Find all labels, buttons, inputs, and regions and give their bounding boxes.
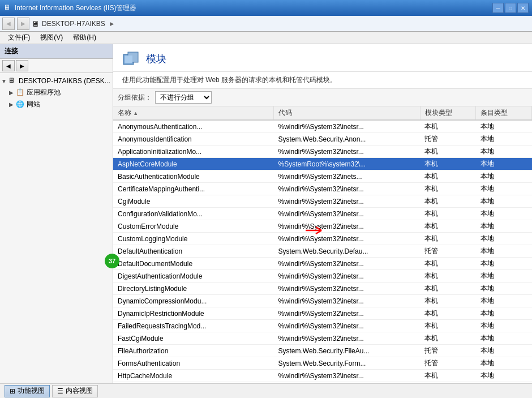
table-row[interactable]: DirectoryListingModule %windir%\System32… xyxy=(113,283,532,295)
cell-type: 本机 xyxy=(420,145,476,158)
tree-label-root: DESKTOP-H7AIKBS (DESK... xyxy=(19,77,110,85)
sort-arrow-icon: ▲ xyxy=(133,110,138,116)
cell-name: CertificateMappingAuthenti... xyxy=(113,183,273,195)
table-row[interactable]: HttpCacheModule %windir%\System32\inetsr… xyxy=(113,370,532,382)
svg-rect-2 xyxy=(125,55,132,63)
cell-code: %windir%\System32\inets... xyxy=(273,170,420,183)
cell-type: 托管 xyxy=(420,133,476,145)
menu-help[interactable]: 帮助(H) xyxy=(68,32,101,44)
cell-code: %windir%\System32\inetsr... xyxy=(273,183,420,195)
feature-view-icon: ⊞ xyxy=(10,387,15,395)
tree-label-sites: 网站 xyxy=(27,100,40,109)
table-row[interactable]: FileAuthorization System.Web.Security.Fi… xyxy=(113,345,532,357)
cell-entry: 本地 xyxy=(476,283,532,295)
cell-type: 托管 xyxy=(420,345,476,357)
table-row[interactable]: DigestAuthenticationModule %windir%\Syst… xyxy=(113,270,532,283)
cell-code: System.Web.Security.FileAu... xyxy=(273,345,420,357)
col-header-type: 模块类型 xyxy=(420,106,476,120)
cell-name: FailedRequestsTracingMod... xyxy=(113,320,273,332)
table-wrapper[interactable]: 名称 ▲ 代码 模块类型 条目类型 AnonymousAuthenticatio… xyxy=(113,106,532,383)
cell-name: CustomErrorModule xyxy=(113,220,273,233)
cell-entry: 本地 xyxy=(476,295,532,307)
cell-name: AspNetCoreModule xyxy=(113,158,273,170)
cell-name: FileAuthorization xyxy=(113,345,273,357)
table-row[interactable]: AnonymousAuthentication... %windir%\Syst… xyxy=(113,120,532,133)
cell-name: ConfigurationValidationMo... xyxy=(113,208,273,220)
tree-label-apppool: 应用程序池 xyxy=(27,88,61,97)
content-area: 模块 使用此功能配置用于处理对 Web 服务器的请求的本机和托管代码模块。 分组… xyxy=(113,44,532,383)
address-arrow: ► xyxy=(109,20,115,28)
cell-type: 本机 xyxy=(420,307,476,320)
table-row[interactable]: ApplicationInitializationMo... %windir%\… xyxy=(113,145,532,158)
cell-type: 本机 xyxy=(420,283,476,295)
cell-code: System.Web.Security.Defau... xyxy=(273,245,420,258)
menu-view[interactable]: 视图(V) xyxy=(36,32,67,44)
menu-bar: 文件(F) 视图(V) 帮助(H) xyxy=(0,32,532,44)
cell-name: CgiModule xyxy=(113,195,273,208)
table-row[interactable]: FastCgiModule %windir%\System32\inetsr..… xyxy=(113,332,532,345)
tree-item-sites[interactable]: ▶ 🌐 网站 xyxy=(0,99,113,110)
cell-entry: 本地 xyxy=(476,170,532,183)
content-view-icon: ☰ xyxy=(57,387,63,395)
sidebar-forward-btn[interactable]: ▶ xyxy=(16,60,28,71)
cell-type: 本机 xyxy=(420,332,476,345)
table-row[interactable]: DefaultAuthentication System.Web.Securit… xyxy=(113,245,532,258)
menu-file[interactable]: 文件(F) xyxy=(3,32,35,44)
sidebar-header: 连接 xyxy=(0,44,113,59)
cell-code: %windir%\System32\inetsr... xyxy=(273,120,420,133)
table-row[interactable]: CertificateMappingAuthenti... %windir%\S… xyxy=(113,183,532,195)
table-row[interactable]: CgiModule %windir%\System32\inetsr... 本机… xyxy=(113,195,532,208)
apppool-icon: 📋 xyxy=(16,88,25,97)
sidebar: 连接 ◀ ▶ ▼ 🖥 DESKTOP-H7AIKBS (DESK... ▶ 📋 … xyxy=(0,44,113,383)
cell-entry: 本地 xyxy=(476,133,532,145)
cell-type: 本机 xyxy=(420,170,476,183)
group-select[interactable]: 不进行分组 xyxy=(155,91,212,104)
col-header-entry: 条目类型 xyxy=(476,106,532,120)
tree-toggle-sites: ▶ xyxy=(9,101,16,108)
title-bar: 🖥 Internet Information Services (IIS)管理器… xyxy=(0,0,532,16)
tree-item-apppool[interactable]: ▶ 📋 应用程序池 xyxy=(0,87,113,99)
sidebar-back-btn[interactable]: ◀ xyxy=(2,60,15,71)
table-row[interactable]: DefaultDocumentModule %windir%\System32\… xyxy=(113,258,532,270)
table-row[interactable]: ConfigurationValidationMo... %windir%\Sy… xyxy=(113,208,532,220)
maximize-button[interactable]: □ xyxy=(505,3,516,13)
back-button[interactable]: ◀ xyxy=(2,18,15,30)
cell-code: %windir%\System32\inetsr... xyxy=(273,320,420,332)
iis-icon: 🖥 xyxy=(32,19,40,28)
red-arrow xyxy=(306,225,328,236)
cell-name: FormsAuthentication xyxy=(113,357,273,370)
tree-item-root[interactable]: ▼ 🖥 DESKTOP-H7AIKBS (DESK... xyxy=(0,75,113,87)
table-row[interactable]: FailedRequestsTracingMod... %windir%\Sys… xyxy=(113,320,532,332)
cell-name: DefaultDocumentModule xyxy=(113,258,273,270)
cell-code: %windir%\System32\inetsr... xyxy=(273,220,420,233)
cell-name: DefaultAuthentication xyxy=(113,245,273,258)
table-row[interactable]: DynamicCompressionModu... %windir%\Syste… xyxy=(113,295,532,307)
cell-name: DigestAuthenticationModule xyxy=(113,270,273,283)
title-bar-title: Internet Information Services (IIS)管理器 xyxy=(15,3,492,13)
content-view-button[interactable]: ☰ 内容视图 xyxy=(52,385,98,397)
badge-circle: 37 xyxy=(105,254,119,268)
minimize-button[interactable]: ─ xyxy=(492,3,504,13)
cell-name: BasicAuthenticationModule xyxy=(113,170,273,183)
group-toolbar: 分组依据： 不进行分组 xyxy=(113,89,532,106)
cell-code: %windir%\System32\inetsr... xyxy=(273,283,420,295)
table-row[interactable]: AspNetCoreModule %SystemRoot%\system32\.… xyxy=(113,158,532,170)
close-button[interactable]: ✕ xyxy=(517,3,529,13)
feature-view-button[interactable]: ⊞ 功能视图 xyxy=(5,385,50,397)
table-row[interactable]: AnonymousIdentification System.Web.Secur… xyxy=(113,133,532,145)
col-header-name[interactable]: 名称 ▲ xyxy=(113,106,273,120)
cell-entry: 本地 xyxy=(476,345,532,357)
table-row[interactable]: DynamicIpRestrictionModule %windir%\Syst… xyxy=(113,307,532,320)
cell-code: %windir%\System32\inetsr... xyxy=(273,258,420,270)
cell-type: 托管 xyxy=(420,357,476,370)
table-row[interactable]: BasicAuthenticationModule %windir%\Syste… xyxy=(113,170,532,183)
address-bar: ◀ ▶ 🖥 DESKTOP-H7AIKBS ► xyxy=(0,16,532,32)
page-title: 模块 xyxy=(146,52,166,66)
cell-name: AnonymousAuthentication... xyxy=(113,120,273,133)
table-row[interactable]: FormsAuthentication System.Web.Security.… xyxy=(113,357,532,370)
cell-entry: 本地 xyxy=(476,233,532,245)
forward-button[interactable]: ▶ xyxy=(17,18,29,30)
cell-entry: 本地 xyxy=(476,357,532,370)
modules-icon xyxy=(122,50,140,68)
cell-code: %windir%\System32\inetsr... xyxy=(273,233,420,245)
